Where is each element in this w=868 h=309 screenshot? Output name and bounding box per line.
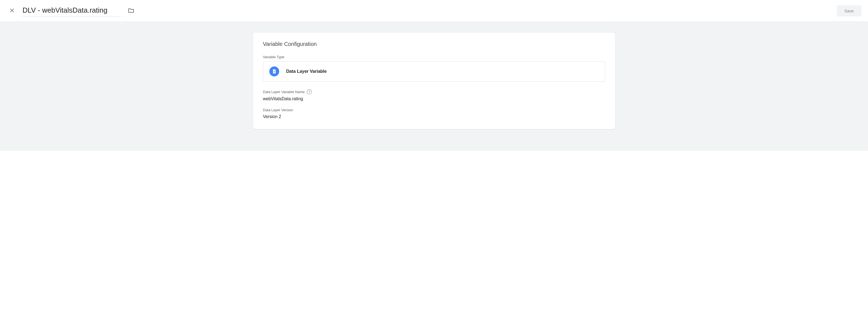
- editor-header: Save: [0, 0, 868, 22]
- help-icon[interactable]: ?: [307, 89, 312, 94]
- folder-button[interactable]: [126, 6, 136, 16]
- dlv-version-label: Data Layer Version: [263, 108, 605, 112]
- body-area: Variable Configuration Variable Type Dat…: [0, 22, 868, 151]
- title-wrap: [23, 5, 136, 17]
- folder-icon: [128, 7, 134, 15]
- variable-name-input[interactable]: [23, 5, 121, 17]
- dlv-version-field: Data Layer Version Version 2: [263, 108, 605, 119]
- dlv-name-label-text: Data Layer Variable Name: [263, 90, 305, 94]
- card-title: Variable Configuration: [263, 41, 605, 47]
- dlv-name-field: Data Layer Variable Name ? webVitalsData…: [263, 89, 605, 101]
- variable-type-value: Data Layer Variable: [286, 69, 327, 74]
- close-icon: [9, 8, 15, 14]
- data-layer-icon: [269, 66, 279, 76]
- config-card: Variable Configuration Variable Type Dat…: [253, 33, 615, 129]
- close-button[interactable]: [7, 5, 18, 16]
- dlv-name-label: Data Layer Variable Name ?: [263, 89, 605, 94]
- variable-type-selector[interactable]: Data Layer Variable: [263, 61, 605, 82]
- save-button[interactable]: Save: [837, 5, 861, 17]
- variable-type-label: Variable Type: [263, 55, 605, 59]
- dlv-version-value: Version 2: [263, 114, 605, 119]
- dlv-name-value: webVitalsData.rating: [263, 96, 605, 101]
